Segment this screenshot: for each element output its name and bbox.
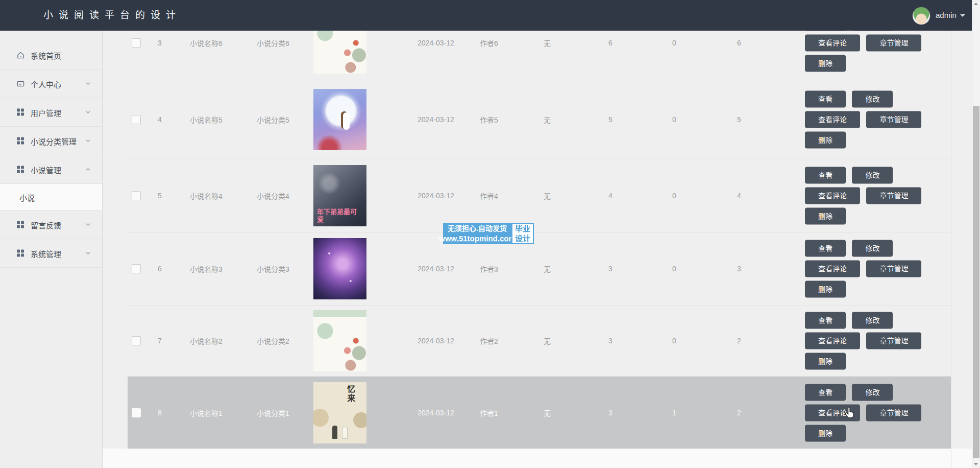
scrollbar-thumb[interactable]: [973, 106, 979, 458]
chapter-management-button[interactable]: 章节管理: [866, 261, 921, 277]
novel-cover-image: 年下弟弟最可爱: [313, 165, 366, 226]
cell-status: 无: [544, 264, 551, 274]
view-button[interactable]: 查看: [805, 91, 846, 108]
view-button[interactable]: 查看: [805, 167, 846, 184]
chevron-up-icon: [85, 165, 91, 174]
delete-button[interactable]: 删除: [805, 353, 846, 370]
watermark-line1: 无须担心.自动发货: [448, 224, 507, 233]
edit-button[interactable]: 修改: [852, 312, 893, 329]
cell-status: 无: [544, 408, 551, 418]
sidebar-item-label: 小说管理: [31, 164, 61, 175]
user-avatar[interactable]: [912, 7, 930, 25]
cell-date: 2024-03-12: [418, 337, 454, 345]
cell-id: 8: [158, 409, 162, 417]
sidebar-item-label: 留言反馈: [31, 219, 61, 230]
cell-id: 4: [158, 115, 162, 124]
sidebar-item-label: 小说分类管理: [31, 135, 77, 146]
cell-status: 无: [544, 38, 551, 48]
row-checkbox[interactable]: [132, 191, 141, 200]
cell-id: 7: [158, 337, 162, 345]
chapter-management-button[interactable]: 章节管理: [866, 111, 921, 128]
grid-icon: [17, 249, 24, 257]
cell-author: 作者1: [480, 408, 498, 418]
cell-num3: 5: [737, 115, 741, 124]
cell-author: 作者3: [480, 264, 498, 274]
row-checkbox[interactable]: [132, 115, 141, 124]
view-comments-button[interactable]: 查看评论: [805, 35, 860, 52]
row-checkbox[interactable]: [132, 408, 141, 417]
table-row[interactable]: 7 小说名称2 小说分类2 2024-03-12 作者2 无 3 0 2 查看 …: [128, 306, 951, 377]
view-button[interactable]: 查看: [805, 384, 846, 401]
chapter-management-button[interactable]: 章节管理: [866, 188, 921, 204]
sidebar-item-novel-management[interactable]: 小说管理: [0, 155, 102, 184]
row-checkbox-wrap: [132, 38, 141, 48]
sidebar-item-user-management[interactable]: 用户管理: [0, 98, 102, 127]
novel-cover-image: [313, 310, 366, 371]
view-button[interactable]: 查看: [805, 312, 846, 329]
cell-status: 无: [544, 114, 551, 125]
cell-num3: 2: [737, 337, 741, 345]
sidebar-item-personal-center[interactable]: 个人中心: [0, 69, 102, 98]
watermark-text-box: 无须担心.自动发货 www.51topmind.com: [443, 223, 511, 244]
chevron-down-icon: [85, 249, 91, 258]
cell-novel-name: 小说名称2: [190, 336, 223, 346]
sidebar-subitem-novel[interactable]: 小说: [0, 184, 102, 210]
row-checkbox[interactable]: [132, 38, 141, 48]
table-row[interactable]: 6 小说名称3 小说分类3 2024-03-12 作者3 无 3 0 3 查看 …: [128, 232, 951, 306]
cell-num1: 6: [608, 39, 612, 47]
row-checkbox[interactable]: [132, 264, 141, 273]
scroll-up-icon[interactable]: [972, 0, 980, 8]
sidebar-item-message-feedback[interactable]: 留言反馈: [0, 210, 102, 239]
cell-num2: 1: [672, 409, 676, 417]
view-button[interactable]: 查看: [805, 240, 846, 257]
cell-category: 小说分类3: [257, 264, 289, 274]
view-comments-button[interactable]: 查看评论: [805, 404, 860, 421]
chevron-down-icon: [85, 108, 91, 117]
cell-author: 作者2: [480, 336, 498, 346]
delete-button[interactable]: 删除: [805, 132, 846, 149]
sidebar-item-label: 用户管理: [31, 107, 61, 118]
chapter-management-button[interactable]: 章节管理: [866, 404, 921, 421]
sidebar-item-label: 个人中心: [31, 78, 61, 89]
sidebar-item-home[interactable]: 系统首页: [0, 41, 102, 69]
cell-num1: 3: [608, 409, 612, 417]
cover-title-text: 忆来: [344, 385, 356, 403]
edit-button[interactable]: 修改: [852, 31, 893, 31]
cell-num1: 3: [608, 337, 612, 345]
chevron-down-icon[interactable]: [960, 14, 965, 19]
view-comments-button[interactable]: 查看评论: [805, 333, 860, 349]
novel-cover-image: 忆来: [313, 382, 366, 443]
table-row-highlighted[interactable]: 8 小说名称1 小说分类1 忆来 2024-03-12 作者1 无 3 1 2 …: [128, 377, 951, 449]
view-button[interactable]: 查看: [805, 31, 846, 31]
view-comments-button[interactable]: 查看评论: [805, 188, 860, 204]
chapter-management-button[interactable]: 章节管理: [866, 333, 921, 349]
edit-button[interactable]: 修改: [852, 240, 893, 257]
table-row[interactable]: 4 小说名称5 小说分类5 2024-03-12 作者5 无 5 0 5 查看 …: [128, 80, 951, 159]
user-name[interactable]: admin: [936, 0, 957, 31]
vertical-scrollbar[interactable]: [972, 0, 980, 468]
cell-status: 无: [544, 191, 551, 201]
delete-button[interactable]: 删除: [805, 425, 846, 441]
cell-num1: 5: [608, 115, 612, 124]
table-row[interactable]: 5 小说名称4 小说分类4 年下弟弟最可爱 2024-03-12 作者4 无 4…: [128, 159, 951, 232]
cell-num1: 3: [608, 265, 612, 273]
view-comments-button[interactable]: 查看评论: [805, 261, 860, 277]
chapter-management-button[interactable]: 章节管理: [866, 35, 921, 52]
delete-button[interactable]: 删除: [805, 208, 846, 225]
edit-button[interactable]: 修改: [852, 167, 893, 184]
sidebar-item-system-management[interactable]: 系统管理: [0, 239, 102, 268]
chevron-down-icon: [85, 220, 91, 229]
cell-date: 2024-03-12: [418, 409, 454, 417]
scroll-down-icon[interactable]: [972, 460, 980, 468]
row-checkbox[interactable]: [132, 336, 141, 345]
edit-button[interactable]: 修改: [852, 91, 893, 108]
cell-num2: 0: [672, 265, 676, 273]
edit-button[interactable]: 修改: [852, 384, 893, 401]
table-row[interactable]: 3 小说名称6 小说分类6 2024-03-12 作者6 无 6 0 6 查看 …: [128, 31, 951, 80]
view-comments-button[interactable]: 查看评论: [805, 111, 860, 128]
row-actions: 查看 修改 查看评论 章节管理 删除: [805, 91, 925, 149]
grid-icon: [17, 137, 24, 145]
sidebar-item-novel-category-management[interactable]: 小说分类管理: [0, 127, 102, 155]
delete-button[interactable]: 删除: [805, 55, 846, 72]
delete-button[interactable]: 删除: [805, 281, 846, 298]
